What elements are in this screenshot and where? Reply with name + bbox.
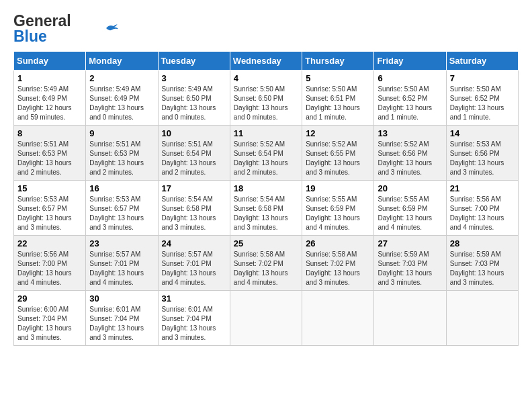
day-number: 4 [234, 73, 298, 83]
calendar-day-cell: 22Sunrise: 5:56 AMSunset: 7:00 PMDayligh… [14, 236, 86, 291]
calendar-day-cell: 2Sunrise: 5:49 AMSunset: 6:49 PMDaylight… [86, 71, 158, 126]
calendar-day-cell: 27Sunrise: 5:59 AMSunset: 7:03 PMDayligh… [374, 236, 446, 291]
day-number: 1 [17, 73, 82, 83]
day-number: 9 [89, 128, 154, 138]
calendar-day-cell: 19Sunrise: 5:55 AMSunset: 6:59 PMDayligh… [302, 181, 374, 236]
day-info: Sunrise: 5:49 AMSunset: 6:49 PMDaylight:… [17, 85, 82, 122]
calendar-day-cell: 21Sunrise: 5:56 AMSunset: 7:00 PMDayligh… [446, 181, 518, 236]
header-sunday: Sunday [14, 52, 86, 71]
calendar-day-cell: 18Sunrise: 5:54 AMSunset: 6:58 PMDayligh… [230, 181, 302, 236]
calendar-table: Sunday Monday Tuesday Wednesday Thursday… [13, 51, 519, 346]
day-number: 11 [234, 128, 298, 138]
header-saturday: Saturday [446, 52, 518, 71]
calendar-day-cell: 20Sunrise: 5:55 AMSunset: 6:59 PMDayligh… [374, 181, 446, 236]
calendar-day-cell: 4Sunrise: 5:50 AMSunset: 6:50 PMDaylight… [230, 71, 302, 126]
header-friday: Friday [374, 52, 446, 71]
day-info: Sunrise: 5:49 AMSunset: 6:49 PMDaylight:… [89, 85, 154, 122]
day-number: 14 [450, 128, 515, 138]
day-info: Sunrise: 5:56 AMSunset: 7:00 PMDaylight:… [450, 195, 515, 232]
calendar-week-row: 8Sunrise: 5:51 AMSunset: 6:53 PMDaylight… [14, 126, 519, 181]
day-number: 2 [89, 73, 154, 83]
header-wednesday: Wednesday [230, 52, 302, 71]
day-number: 5 [306, 73, 370, 83]
day-info: Sunrise: 5:50 AMSunset: 6:50 PMDaylight:… [234, 85, 298, 122]
calendar-day-cell: 3Sunrise: 5:49 AMSunset: 6:50 PMDaylight… [158, 71, 230, 126]
logo-text: GeneralBlue [13, 13, 71, 44]
day-info: Sunrise: 5:58 AMSunset: 7:02 PMDaylight:… [306, 250, 370, 287]
day-info: Sunrise: 5:58 AMSunset: 7:02 PMDaylight:… [234, 250, 298, 287]
day-info: Sunrise: 5:50 AMSunset: 6:52 PMDaylight:… [378, 85, 442, 122]
day-info: Sunrise: 5:53 AMSunset: 6:57 PMDaylight:… [17, 195, 82, 232]
calendar-day-cell: 6Sunrise: 5:50 AMSunset: 6:52 PMDaylight… [374, 71, 446, 126]
day-info: Sunrise: 5:53 AMSunset: 6:57 PMDaylight:… [89, 195, 154, 232]
calendar-day-cell: 7Sunrise: 5:50 AMSunset: 6:52 PMDaylight… [446, 71, 518, 126]
calendar-day-cell: 5Sunrise: 5:50 AMSunset: 6:51 PMDaylight… [302, 71, 374, 126]
calendar-day-cell: 9Sunrise: 5:51 AMSunset: 6:53 PMDaylight… [86, 126, 158, 181]
day-info: Sunrise: 5:59 AMSunset: 7:03 PMDaylight:… [378, 250, 442, 287]
page-header: GeneralBlue [13, 13, 519, 44]
calendar-day-cell: 29Sunrise: 6:00 AMSunset: 7:04 PMDayligh… [14, 291, 86, 346]
calendar-day-cell [230, 291, 302, 346]
day-number: 3 [162, 73, 226, 83]
calendar-day-cell: 28Sunrise: 5:59 AMSunset: 7:03 PMDayligh… [446, 236, 518, 291]
day-number: 30 [89, 293, 154, 304]
calendar-day-cell: 13Sunrise: 5:52 AMSunset: 6:56 PMDayligh… [374, 126, 446, 181]
day-number: 28 [450, 238, 515, 248]
calendar-day-cell: 25Sunrise: 5:58 AMSunset: 7:02 PMDayligh… [230, 236, 302, 291]
logo: GeneralBlue [13, 13, 118, 44]
day-info: Sunrise: 5:59 AMSunset: 7:03 PMDaylight:… [450, 250, 515, 287]
calendar-day-cell: 8Sunrise: 5:51 AMSunset: 6:53 PMDaylight… [14, 126, 86, 181]
day-number: 26 [306, 238, 370, 248]
day-info: Sunrise: 6:00 AMSunset: 7:04 PMDaylight:… [17, 305, 82, 342]
calendar-day-cell [446, 291, 518, 346]
day-info: Sunrise: 5:51 AMSunset: 6:53 PMDaylight:… [17, 140, 82, 177]
day-number: 31 [162, 293, 226, 304]
calendar-day-cell [374, 291, 446, 346]
calendar-week-row: 22Sunrise: 5:56 AMSunset: 7:00 PMDayligh… [14, 236, 519, 291]
day-info: Sunrise: 5:54 AMSunset: 6:58 PMDaylight:… [162, 195, 226, 232]
day-number: 10 [162, 128, 226, 138]
day-info: Sunrise: 5:57 AMSunset: 7:01 PMDaylight:… [89, 250, 154, 287]
day-number: 18 [234, 183, 298, 193]
weekday-header-row: Sunday Monday Tuesday Wednesday Thursday… [14, 52, 519, 71]
header-thursday: Thursday [302, 52, 374, 71]
day-info: Sunrise: 5:51 AMSunset: 6:53 PMDaylight:… [89, 140, 154, 177]
day-info: Sunrise: 5:53 AMSunset: 6:56 PMDaylight:… [450, 140, 515, 177]
logo-bird-icon [106, 24, 118, 33]
day-number: 17 [162, 183, 226, 193]
calendar-day-cell: 17Sunrise: 5:54 AMSunset: 6:58 PMDayligh… [158, 181, 230, 236]
calendar-day-cell [302, 291, 374, 346]
day-info: Sunrise: 5:57 AMSunset: 7:01 PMDaylight:… [162, 250, 226, 287]
calendar-day-cell: 12Sunrise: 5:52 AMSunset: 6:55 PMDayligh… [302, 126, 374, 181]
day-number: 23 [89, 238, 154, 248]
day-number: 8 [17, 128, 82, 138]
day-number: 7 [450, 73, 515, 83]
day-number: 25 [234, 238, 298, 248]
header-monday: Monday [86, 52, 158, 71]
day-info: Sunrise: 5:52 AMSunset: 6:55 PMDaylight:… [306, 140, 370, 177]
day-info: Sunrise: 5:55 AMSunset: 6:59 PMDaylight:… [306, 195, 370, 232]
calendar-day-cell: 1Sunrise: 5:49 AMSunset: 6:49 PMDaylight… [14, 71, 86, 126]
day-number: 15 [17, 183, 82, 193]
day-number: 16 [89, 183, 154, 193]
calendar-day-cell: 15Sunrise: 5:53 AMSunset: 6:57 PMDayligh… [14, 181, 86, 236]
calendar-day-cell: 30Sunrise: 6:01 AMSunset: 7:04 PMDayligh… [86, 291, 158, 346]
day-number: 13 [378, 128, 442, 138]
day-info: Sunrise: 5:54 AMSunset: 6:58 PMDaylight:… [234, 195, 298, 232]
day-number: 12 [306, 128, 370, 138]
day-number: 29 [17, 293, 82, 304]
calendar-day-cell: 31Sunrise: 6:01 AMSunset: 7:04 PMDayligh… [158, 291, 230, 346]
day-info: Sunrise: 5:51 AMSunset: 6:54 PMDaylight:… [162, 140, 226, 177]
day-info: Sunrise: 5:52 AMSunset: 6:54 PMDaylight:… [234, 140, 298, 177]
day-number: 24 [162, 238, 226, 248]
calendar-day-cell: 10Sunrise: 5:51 AMSunset: 6:54 PMDayligh… [158, 126, 230, 181]
day-number: 6 [378, 73, 442, 83]
day-info: Sunrise: 5:55 AMSunset: 6:59 PMDaylight:… [378, 195, 442, 232]
calendar-week-row: 15Sunrise: 5:53 AMSunset: 6:57 PMDayligh… [14, 181, 519, 236]
day-number: 27 [378, 238, 442, 248]
calendar-day-cell: 26Sunrise: 5:58 AMSunset: 7:02 PMDayligh… [302, 236, 374, 291]
calendar-day-cell: 14Sunrise: 5:53 AMSunset: 6:56 PMDayligh… [446, 126, 518, 181]
calendar-day-cell: 16Sunrise: 5:53 AMSunset: 6:57 PMDayligh… [86, 181, 158, 236]
calendar-week-row: 29Sunrise: 6:00 AMSunset: 7:04 PMDayligh… [14, 291, 519, 346]
day-number: 22 [17, 238, 82, 248]
